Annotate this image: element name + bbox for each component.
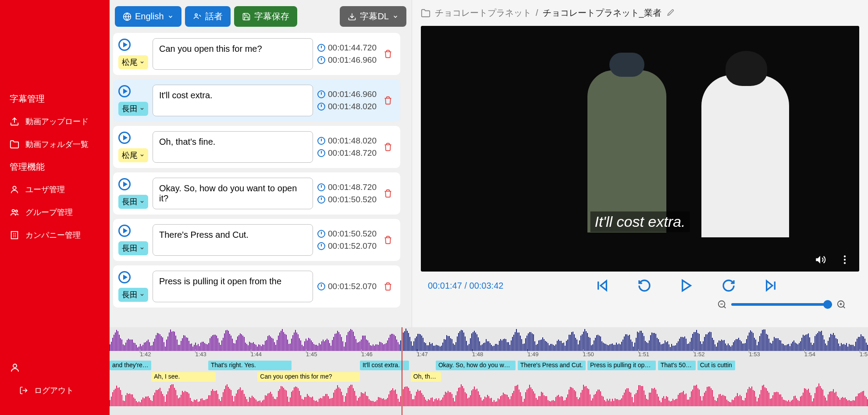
delete-button[interactable] (381, 50, 395, 58)
company-icon (10, 230, 19, 240)
sidebar: 字幕管理動画アップロード動画フォルダ一覧管理機能ユーザ管理グループ管理カンパニー… (0, 0, 110, 415)
subtitle-row[interactable]: 松尾 Can you open this for me?00:01:44.720… (113, 33, 400, 75)
next-button[interactable] (763, 278, 779, 293)
subtitle-row[interactable]: 長田 There's Press and Cut.00:01:50.52000:… (113, 219, 400, 261)
end-time[interactable]: 00:01:46.960 (317, 55, 377, 65)
subtitle-text-input[interactable]: Can you open this for me? (153, 38, 313, 70)
volume-icon[interactable] (815, 254, 826, 265)
clock-icon (317, 196, 325, 204)
subtitle-editor-panel: English 話者 字幕保存 字幕DL 松尾 Can yo (110, 0, 412, 327)
segment-track-1[interactable]: and they're di…That's right. Yes.It'll c… (110, 361, 868, 371)
edit-icon[interactable] (666, 9, 675, 18)
start-time[interactable]: 00:01:50.520 (317, 229, 377, 239)
timeline-segment[interactable]: Oh, that's … (411, 372, 441, 382)
timeline-segment[interactable]: That's 500 yen. (658, 361, 696, 370)
timeline-segment[interactable]: There's Press and Cut. (518, 361, 586, 370)
more-icon[interactable] (839, 254, 850, 265)
clock-icon (317, 90, 325, 98)
speaker-button[interactable]: 話者 (185, 6, 231, 27)
clock-icon (317, 242, 325, 250)
sidebar-item[interactable]: カンパニー管理 (0, 224, 110, 247)
logout-label: ログアウト (34, 385, 74, 396)
play-segment-button[interactable] (118, 225, 131, 237)
svg-rect-3 (11, 232, 18, 239)
ruler-tick: 1:45 (306, 351, 317, 358)
zoom-in-icon[interactable] (836, 300, 846, 309)
speaker-select[interactable]: 長田 (118, 102, 148, 116)
save-subtitle-button[interactable]: 字幕保存 (234, 6, 297, 27)
playhead-cursor[interactable] (402, 327, 402, 415)
play-segment-button[interactable] (118, 132, 131, 144)
play-segment-button[interactable] (118, 39, 131, 51)
sidebar-item[interactable]: グループ管理 (0, 201, 110, 224)
zoom-out-icon[interactable] (717, 300, 727, 309)
zoom-slider[interactable] (731, 303, 832, 306)
subtitle-text-input[interactable]: There's Press and Cut. (153, 224, 313, 256)
sidebar-section-title: 字幕管理 (0, 88, 110, 110)
timeline-segment[interactable]: That's right. Yes. (208, 361, 292, 370)
waveform-top (110, 329, 868, 351)
subtitle-row[interactable]: 長田 Press is pulling it open from the00:0… (113, 265, 400, 308)
play-segment-button[interactable] (118, 85, 131, 97)
folder-icon (10, 140, 19, 149)
start-time[interactable]: 00:01:48.020 (317, 136, 377, 146)
delete-button[interactable] (381, 143, 395, 151)
breadcrumb-folder[interactable]: チョコレートプラネット (435, 7, 531, 19)
rewind-button[interactable] (637, 278, 652, 293)
speaker-select[interactable]: 長田 (118, 195, 148, 209)
subtitle-text-input[interactable]: Press is pulling it open from the (153, 271, 313, 302)
ruler-tick: 1:53 (749, 351, 760, 358)
player-controls: 00:01:47 / 00:03:42 (421, 272, 859, 300)
timeline-segment[interactable]: Cut is cuttin (697, 361, 736, 370)
video-player[interactable]: It'll cost extra. (421, 26, 859, 272)
clock-icon (317, 283, 325, 290)
logout-button[interactable]: ログアウト (10, 379, 100, 402)
download-subtitle-button[interactable]: 字幕DL (340, 6, 406, 27)
speaker-select[interactable]: 長田 (118, 288, 148, 302)
speaker-select[interactable]: 長田 (118, 241, 148, 255)
subtitle-text-input[interactable]: It'll cost extra. (153, 85, 313, 116)
end-time[interactable]: 00:01:48.020 (317, 102, 377, 111)
ruler-tick: 1:52 (694, 351, 704, 358)
preview-panel: チョコレートプラネット / チョコレートプラネット_業者 It'll cost … (412, 0, 868, 327)
play-button[interactable] (679, 278, 694, 293)
delete-button[interactable] (381, 96, 395, 105)
forward-button[interactable] (721, 278, 736, 293)
speaker-select[interactable]: 松尾 (118, 148, 148, 162)
sidebar-item[interactable]: ユーザ管理 (0, 178, 110, 201)
sidebar-item[interactable]: 動画フォルダ一覧 (0, 133, 110, 156)
segment-track-2[interactable]: Ah, I see.Can you open this for me?Oh, t… (110, 372, 868, 383)
breadcrumb-file: チョコレートプラネット_業者 (543, 7, 662, 19)
start-time[interactable]: 00:01:52.070 (317, 282, 377, 291)
sidebar-item[interactable]: 動画アップロード (0, 110, 110, 133)
timeline[interactable]: 1:421:431:441:451:461:471:481:491:501:51… (110, 327, 868, 415)
speaker-select[interactable]: 松尾 (118, 55, 148, 69)
subtitle-row[interactable]: 松尾 Oh, that's fine.00:01:48.02000:01:48.… (113, 126, 400, 168)
subtitle-text-input[interactable]: Okay. So, how do you want to open it? (153, 178, 313, 209)
start-time[interactable]: 00:01:48.720 (317, 182, 377, 192)
play-segment-button[interactable] (118, 271, 131, 283)
timeline-segment[interactable]: Okay. So, how do you want to … (436, 361, 516, 370)
svg-point-1 (12, 210, 15, 212)
play-segment-button[interactable] (118, 178, 131, 190)
end-time[interactable]: 00:01:48.720 (317, 148, 377, 158)
subtitle-text-input[interactable]: Oh, that's fine. (153, 131, 313, 163)
delete-button[interactable] (381, 282, 395, 291)
subtitle-row[interactable]: 長田 It'll cost extra.00:01:46.96000:01:48… (113, 79, 400, 122)
timeline-segment[interactable]: Press is pulling it open fro… (587, 361, 656, 370)
end-time[interactable]: 00:01:50.520 (317, 195, 377, 204)
subtitle-rows[interactable]: 松尾 Can you open this for me?00:01:44.720… (113, 33, 408, 324)
svg-point-4 (13, 364, 17, 368)
svg-point-0 (13, 186, 16, 190)
timeline-segment[interactable]: Ah, I see. (151, 372, 216, 382)
delete-button[interactable] (381, 189, 395, 198)
delete-button[interactable] (381, 236, 395, 244)
timeline-segment[interactable]: and they're di… (110, 361, 151, 370)
end-time[interactable]: 00:01:52.070 (317, 241, 377, 251)
start-time[interactable]: 00:01:44.720 (317, 43, 377, 53)
language-select[interactable]: English (115, 6, 181, 27)
timeline-segment[interactable]: Can you open this for me? (257, 372, 360, 382)
start-time[interactable]: 00:01:46.960 (317, 89, 377, 99)
subtitle-row[interactable]: 長田 Okay. So, how do you want to open it?… (113, 172, 400, 215)
prev-button[interactable] (594, 278, 610, 293)
